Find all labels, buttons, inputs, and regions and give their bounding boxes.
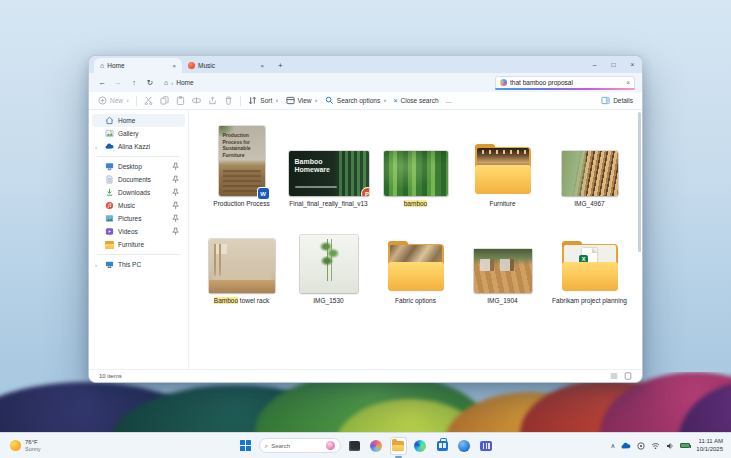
vertical-scrollbar[interactable]	[638, 112, 641, 367]
sidebar-item-documents[interactable]: Documents	[92, 173, 185, 186]
close-search-button[interactable]: × Close search	[393, 97, 438, 104]
copy-icon[interactable]	[160, 96, 169, 105]
up-button[interactable]: ↑	[128, 78, 140, 87]
search-options-label: Search options	[337, 97, 380, 104]
maximize-button[interactable]: □	[604, 56, 623, 73]
battery-icon[interactable]	[680, 443, 690, 448]
tray-chevron-icon[interactable]: ∧	[611, 442, 616, 450]
pin-icon	[171, 162, 180, 171]
outlook-button[interactable]	[456, 437, 473, 455]
taskbar-clock[interactable]: 11:11 AM 10/1/2025	[696, 438, 723, 452]
file-img-1904[interactable]: IMG_1904	[459, 212, 546, 309]
paste-icon[interactable]	[176, 96, 185, 105]
sidebar-item-music[interactable]: Music	[92, 199, 185, 212]
folder-fabrikam-project-planning[interactable]: X Fabrikam project planning	[546, 212, 633, 309]
view-button[interactable]: View ∨	[286, 96, 318, 105]
powerpoint-thumbnail: Bamboo Homeware P	[289, 151, 369, 196]
chevron-right-icon[interactable]: ›	[95, 262, 97, 268]
sidebar-item-onedrive[interactable]: › Alina Kazzi	[92, 140, 185, 153]
task-view-button[interactable]	[346, 437, 363, 455]
desktop-icon	[105, 162, 114, 171]
edge-button[interactable]	[412, 437, 429, 455]
music-icon	[105, 201, 114, 210]
tab-close-icon[interactable]: ×	[260, 63, 264, 69]
store-icon	[437, 441, 448, 451]
folder-icon: X	[562, 241, 618, 293]
sort-button[interactable]: Sort ∨	[248, 96, 278, 105]
tab-bar: ⌂ Home × Music × + – □ ×	[89, 56, 642, 73]
delete-icon[interactable]	[224, 96, 233, 105]
new-button[interactable]: New ∨	[98, 96, 129, 105]
forward-button[interactable]: →	[112, 78, 124, 87]
sidebar-item-gallery[interactable]: Gallery	[92, 127, 185, 140]
back-button[interactable]: ←	[96, 78, 108, 87]
tab-close-icon[interactable]: ×	[172, 63, 176, 69]
close-button[interactable]: ×	[623, 56, 642, 73]
details-pane-button[interactable]: Details	[601, 96, 633, 105]
weather-widget[interactable]: 76°F Sunny	[0, 439, 51, 452]
tab-label: Music	[198, 62, 215, 69]
outlook-icon	[458, 440, 470, 452]
file-final-final-really-final-v13[interactable]: Bamboo Homeware P Final_final_really_fin…	[285, 115, 372, 212]
store-button[interactable]	[434, 437, 451, 455]
search-input[interactable]: that bamboo proposal ×	[495, 76, 635, 89]
copilot-button[interactable]	[368, 437, 385, 455]
clock-date: 10/1/2025	[696, 446, 723, 453]
chevron-down-icon: ∨	[126, 98, 129, 103]
refresh-button[interactable]: ↻	[144, 78, 156, 87]
minimize-button[interactable]: –	[585, 56, 604, 73]
wifi-icon[interactable]	[651, 442, 660, 450]
file-img-4967[interactable]: IMG_4967	[546, 115, 633, 212]
sidebar-item-desktop[interactable]: Desktop	[92, 160, 185, 173]
more-options-button[interactable]: …	[446, 97, 453, 104]
word-badge-icon: W	[258, 188, 269, 199]
teams-button[interactable]	[478, 437, 495, 455]
folder-fabric-options[interactable]: Fabric options	[372, 212, 459, 309]
breadcrumb[interactable]: ⌂ › Home	[164, 79, 194, 86]
file-bamboo-towel-rack[interactable]: Bamboo towel rack	[198, 212, 285, 309]
taskbar-search[interactable]: ⌕ Search	[259, 438, 341, 453]
folder-icon	[475, 144, 531, 196]
sidebar-item-downloads[interactable]: Downloads	[92, 186, 185, 199]
onedrive-icon[interactable]	[621, 442, 631, 450]
search-options-button[interactable]: Search options ∨	[325, 96, 387, 105]
this-pc-icon	[105, 260, 114, 269]
start-button[interactable]	[237, 437, 254, 455]
chevron-right-icon[interactable]: ›	[95, 144, 97, 150]
home-icon: ⌂	[100, 62, 104, 69]
sidebar-item-this-pc[interactable]: › This PC	[92, 258, 185, 271]
home-icon	[105, 116, 114, 125]
large-thumbnails-view-icon[interactable]	[624, 372, 632, 380]
new-tab-button[interactable]: +	[278, 61, 283, 70]
sidebar-item-videos[interactable]: Videos	[92, 225, 185, 238]
file-explorer-button[interactable]	[390, 437, 407, 455]
file-bamboo[interactable]: bamboo	[372, 115, 459, 212]
tab-home[interactable]: ⌂ Home ×	[94, 58, 182, 73]
details-view-icon[interactable]	[610, 372, 618, 380]
folder-furniture[interactable]: Furniture	[459, 115, 546, 212]
sort-label: Sort	[260, 97, 272, 104]
close-search-icon: ×	[393, 97, 397, 104]
item-count: 10 items	[99, 373, 122, 379]
document-title-text: Production Process for Sustainable Furni…	[223, 132, 257, 158]
sidebar-item-home[interactable]: Home	[92, 114, 185, 127]
tray-app-icon[interactable]	[637, 442, 645, 450]
clock-time: 11:11 AM	[699, 438, 723, 445]
close-search-label: Close search	[401, 97, 439, 104]
search-query-text: that bamboo proposal	[510, 79, 623, 86]
sidebar-item-furniture[interactable]: Furniture	[92, 238, 185, 251]
volume-icon[interactable]	[666, 442, 674, 450]
sidebar-item-pictures[interactable]: Pictures	[92, 212, 185, 225]
folder-icon	[388, 241, 444, 293]
rename-icon[interactable]	[192, 96, 201, 105]
file-production-process[interactable]: Production Process for Sustainable Furni…	[198, 115, 285, 212]
file-img-1530[interactable]: IMG_1530	[285, 212, 372, 309]
home-icon: ⌂	[164, 79, 168, 86]
cut-icon[interactable]	[144, 96, 153, 105]
clear-search-icon[interactable]: ×	[626, 79, 630, 86]
command-toolbar: New ∨	[89, 92, 642, 110]
tab-music[interactable]: Music ×	[182, 58, 270, 73]
file-label: IMG_1530	[313, 297, 343, 305]
details-label: Details	[613, 97, 633, 104]
share-icon[interactable]	[208, 96, 217, 105]
